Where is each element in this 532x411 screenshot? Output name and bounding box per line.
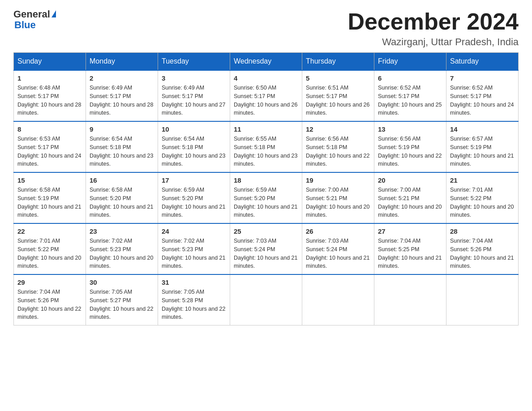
calendar-cell: 20 Sunrise: 7:00 AM Sunset: 5:21 PM Dayl… <box>374 172 446 223</box>
day-number: 12 <box>306 125 370 133</box>
day-number: 8 <box>17 125 82 133</box>
calendar-cell <box>446 274 519 325</box>
day-info: Sunrise: 7:02 AM Sunset: 5:23 PM Dayligh… <box>90 237 154 270</box>
day-info: Sunrise: 6:52 AM Sunset: 5:17 PM Dayligh… <box>450 84 515 117</box>
day-info: Sunrise: 7:03 AM Sunset: 5:24 PM Dayligh… <box>234 237 298 270</box>
day-number: 22 <box>17 227 82 235</box>
day-info: Sunrise: 7:04 AM Sunset: 5:25 PM Dayligh… <box>378 237 442 270</box>
calendar-cell: 15 Sunrise: 6:58 AM Sunset: 5:19 PM Dayl… <box>14 172 86 223</box>
day-info: Sunrise: 6:50 AM Sunset: 5:17 PM Dayligh… <box>234 84 298 117</box>
calendar-cell: 11 Sunrise: 6:55 AM Sunset: 5:18 PM Dayl… <box>230 121 302 172</box>
calendar-cell: 31 Sunrise: 7:05 AM Sunset: 5:28 PM Dayl… <box>158 274 230 325</box>
page-header: General Blue December 2024 Wazirganj, Ut… <box>13 9 519 48</box>
week-row-5: 29 Sunrise: 7:04 AM Sunset: 5:26 PM Dayl… <box>14 274 519 325</box>
day-number: 13 <box>378 125 442 133</box>
day-number: 20 <box>378 176 442 184</box>
calendar-cell <box>230 274 302 325</box>
title-area: December 2024 Wazirganj, Uttar Pradesh, … <box>348 9 519 48</box>
day-info: Sunrise: 6:58 AM Sunset: 5:19 PM Dayligh… <box>17 186 82 219</box>
day-info: Sunrise: 6:51 AM Sunset: 5:17 PM Dayligh… <box>306 84 370 117</box>
day-info: Sunrise: 6:59 AM Sunset: 5:20 PM Dayligh… <box>234 186 298 219</box>
day-info: Sunrise: 6:49 AM Sunset: 5:17 PM Dayligh… <box>90 84 154 117</box>
calendar-cell: 28 Sunrise: 7:04 AM Sunset: 5:26 PM Dayl… <box>446 223 519 274</box>
day-info: Sunrise: 7:00 AM Sunset: 5:21 PM Dayligh… <box>306 186 370 219</box>
day-number: 16 <box>90 176 154 184</box>
calendar-cell: 3 Sunrise: 6:49 AM Sunset: 5:17 PM Dayli… <box>158 70 230 121</box>
calendar-cell <box>374 274 446 325</box>
day-info: Sunrise: 7:03 AM Sunset: 5:24 PM Dayligh… <box>306 237 370 270</box>
header-friday: Friday <box>374 53 446 71</box>
day-number: 25 <box>234 227 298 235</box>
day-number: 14 <box>450 125 515 133</box>
day-number: 18 <box>234 176 298 184</box>
day-number: 5 <box>306 74 370 82</box>
day-info: Sunrise: 7:04 AM Sunset: 5:26 PM Dayligh… <box>17 288 82 321</box>
day-info: Sunrise: 6:53 AM Sunset: 5:17 PM Dayligh… <box>17 135 82 168</box>
header-saturday: Saturday <box>446 53 519 71</box>
day-number: 10 <box>162 125 226 133</box>
day-info: Sunrise: 7:01 AM Sunset: 5:22 PM Dayligh… <box>17 237 82 270</box>
header-wednesday: Wednesday <box>230 53 302 71</box>
calendar-cell: 2 Sunrise: 6:49 AM Sunset: 5:17 PM Dayli… <box>86 70 158 121</box>
day-info: Sunrise: 6:58 AM Sunset: 5:20 PM Dayligh… <box>90 186 154 219</box>
logo: General Blue <box>13 9 56 30</box>
calendar-cell: 8 Sunrise: 6:53 AM Sunset: 5:17 PM Dayli… <box>14 121 86 172</box>
week-row-1: 1 Sunrise: 6:48 AM Sunset: 5:17 PM Dayli… <box>14 70 519 121</box>
calendar-cell: 25 Sunrise: 7:03 AM Sunset: 5:24 PM Dayl… <box>230 223 302 274</box>
calendar-cell: 12 Sunrise: 6:56 AM Sunset: 5:18 PM Dayl… <box>302 121 374 172</box>
day-number: 3 <box>162 74 226 82</box>
day-info: Sunrise: 6:59 AM Sunset: 5:20 PM Dayligh… <box>162 186 226 219</box>
day-number: 6 <box>378 74 442 82</box>
day-info: Sunrise: 6:56 AM Sunset: 5:19 PM Dayligh… <box>378 135 442 168</box>
day-number: 9 <box>90 125 154 133</box>
calendar-cell: 4 Sunrise: 6:50 AM Sunset: 5:17 PM Dayli… <box>230 70 302 121</box>
day-number: 23 <box>90 227 154 235</box>
day-number: 31 <box>162 278 226 286</box>
calendar-cell: 1 Sunrise: 6:48 AM Sunset: 5:17 PM Dayli… <box>14 70 86 121</box>
day-number: 11 <box>234 125 298 133</box>
calendar-cell: 23 Sunrise: 7:02 AM Sunset: 5:23 PM Dayl… <box>86 223 158 274</box>
calendar-cell: 6 Sunrise: 6:52 AM Sunset: 5:17 PM Dayli… <box>374 70 446 121</box>
logo-blue: Blue <box>14 20 56 30</box>
calendar-cell: 26 Sunrise: 7:03 AM Sunset: 5:24 PM Dayl… <box>302 223 374 274</box>
day-info: Sunrise: 6:54 AM Sunset: 5:18 PM Dayligh… <box>162 135 226 168</box>
day-number: 21 <box>450 176 515 184</box>
day-number: 30 <box>90 278 154 286</box>
calendar-cell: 10 Sunrise: 6:54 AM Sunset: 5:18 PM Dayl… <box>158 121 230 172</box>
day-info: Sunrise: 7:05 AM Sunset: 5:28 PM Dayligh… <box>162 288 226 321</box>
header-tuesday: Tuesday <box>158 53 230 71</box>
day-info: Sunrise: 7:00 AM Sunset: 5:21 PM Dayligh… <box>378 186 442 219</box>
calendar-cell: 17 Sunrise: 6:59 AM Sunset: 5:20 PM Dayl… <box>158 172 230 223</box>
header-thursday: Thursday <box>302 53 374 71</box>
calendar-cell: 9 Sunrise: 6:54 AM Sunset: 5:18 PM Dayli… <box>86 121 158 172</box>
day-info: Sunrise: 7:01 AM Sunset: 5:22 PM Dayligh… <box>450 186 515 219</box>
month-year-title: December 2024 <box>348 9 519 34</box>
day-info: Sunrise: 6:56 AM Sunset: 5:18 PM Dayligh… <box>306 135 370 168</box>
week-row-4: 22 Sunrise: 7:01 AM Sunset: 5:22 PM Dayl… <box>14 223 519 274</box>
calendar-table: SundayMondayTuesdayWednesdayThursdayFrid… <box>13 52 519 325</box>
calendar-cell: 19 Sunrise: 7:00 AM Sunset: 5:21 PM Dayl… <box>302 172 374 223</box>
day-number: 1 <box>17 74 82 82</box>
calendar-cell: 21 Sunrise: 7:01 AM Sunset: 5:22 PM Dayl… <box>446 172 519 223</box>
calendar-cell: 22 Sunrise: 7:01 AM Sunset: 5:22 PM Dayl… <box>14 223 86 274</box>
day-number: 19 <box>306 176 370 184</box>
calendar-cell: 16 Sunrise: 6:58 AM Sunset: 5:20 PM Dayl… <box>86 172 158 223</box>
calendar-cell: 30 Sunrise: 7:05 AM Sunset: 5:27 PM Dayl… <box>86 274 158 325</box>
day-number: 17 <box>162 176 226 184</box>
logo-general: General <box>13 9 50 20</box>
week-row-3: 15 Sunrise: 6:58 AM Sunset: 5:19 PM Dayl… <box>14 172 519 223</box>
day-info: Sunrise: 6:48 AM Sunset: 5:17 PM Dayligh… <box>17 84 82 117</box>
day-info: Sunrise: 6:49 AM Sunset: 5:17 PM Dayligh… <box>162 84 226 117</box>
calendar-cell: 24 Sunrise: 7:02 AM Sunset: 5:23 PM Dayl… <box>158 223 230 274</box>
day-info: Sunrise: 6:54 AM Sunset: 5:18 PM Dayligh… <box>90 135 154 168</box>
day-info: Sunrise: 7:05 AM Sunset: 5:27 PM Dayligh… <box>90 288 154 321</box>
calendar-cell: 13 Sunrise: 6:56 AM Sunset: 5:19 PM Dayl… <box>374 121 446 172</box>
day-number: 4 <box>234 74 298 82</box>
day-number: 24 <box>162 227 226 235</box>
calendar-cell: 18 Sunrise: 6:59 AM Sunset: 5:20 PM Dayl… <box>230 172 302 223</box>
calendar-header-row: SundayMondayTuesdayWednesdayThursdayFrid… <box>14 53 519 71</box>
day-number: 29 <box>17 278 82 286</box>
day-info: Sunrise: 6:52 AM Sunset: 5:17 PM Dayligh… <box>378 84 442 117</box>
header-sunday: Sunday <box>14 53 86 71</box>
calendar-cell: 5 Sunrise: 6:51 AM Sunset: 5:17 PM Dayli… <box>302 70 374 121</box>
